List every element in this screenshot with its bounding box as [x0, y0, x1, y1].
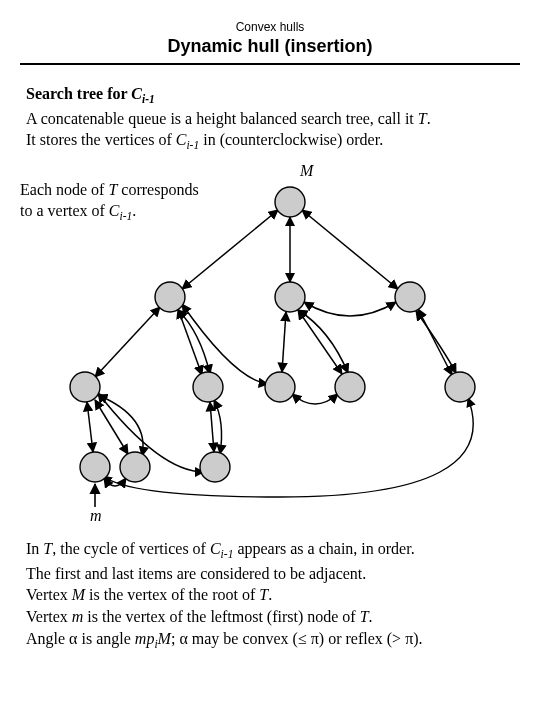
svg-line-5 — [282, 312, 286, 372]
svg-line-4 — [178, 309, 202, 375]
f5a: Angle — [26, 630, 69, 647]
svg-line-9 — [95, 400, 128, 454]
intro-line2a: It stores the vertices of — [26, 131, 176, 148]
f1t: T — [43, 540, 52, 557]
intro-line2-var: C — [176, 131, 187, 148]
intro-text: Search tree for Ci-1 A concatenable queu… — [26, 83, 514, 154]
intro-line2-sub: i-1 — [186, 140, 199, 152]
f1a: In — [26, 540, 43, 557]
f4m: m — [72, 608, 84, 625]
footer-text: In T, the cycle of vertices of Ci-1 appe… — [26, 538, 514, 652]
svg-point-15 — [395, 282, 425, 312]
f4a: Vertex — [26, 608, 72, 625]
f5mm: m — [135, 630, 147, 647]
f1c: appears as a chain, in order. — [233, 540, 414, 557]
f4c: . — [369, 608, 373, 625]
svg-line-0 — [182, 210, 278, 289]
intro-line1a: A concatenable queue is a height balance… — [26, 110, 418, 127]
f3c: . — [268, 586, 272, 603]
tree-svg — [20, 162, 520, 532]
f4t: T — [360, 608, 369, 625]
svg-point-19 — [335, 372, 365, 402]
title-rule — [20, 63, 520, 65]
svg-point-17 — [193, 372, 223, 402]
f5a1: α — [69, 630, 77, 647]
slide-page: Convex hulls Dynamic hull (insertion) Se… — [0, 0, 540, 688]
f1v: C — [210, 540, 221, 557]
svg-point-21 — [80, 452, 110, 482]
intro-heading-var: C — [131, 85, 142, 102]
svg-point-20 — [445, 372, 475, 402]
f5p1: π — [311, 630, 319, 647]
f2: The first and last items are considered … — [26, 565, 366, 582]
intro-heading-prefix: Search tree for — [26, 85, 131, 102]
intro-line2b: in (counterclockwise) order. — [199, 131, 383, 148]
intro-heading-sub: i-1 — [142, 93, 155, 105]
f5mM: M — [158, 630, 171, 647]
svg-line-8 — [87, 402, 93, 452]
f3a: Vertex — [26, 586, 72, 603]
slide-title: Dynamic hull (insertion) — [20, 36, 520, 57]
f3M: M — [72, 586, 85, 603]
f5f: ). — [413, 630, 422, 647]
f5p2: π — [405, 630, 413, 647]
f3b: is the vertex of the root of — [85, 586, 259, 603]
svg-line-7 — [418, 309, 452, 375]
svg-point-14 — [275, 282, 305, 312]
svg-line-6 — [298, 310, 342, 374]
svg-line-3 — [95, 307, 160, 377]
f5a2: α — [179, 630, 187, 647]
f1s: i-1 — [221, 548, 234, 560]
topic-line: Convex hulls — [20, 20, 520, 34]
intro-line1b: . — [427, 110, 431, 127]
svg-point-12 — [275, 187, 305, 217]
intro-line1t: T — [418, 110, 427, 127]
svg-point-13 — [155, 282, 185, 312]
svg-point-23 — [200, 452, 230, 482]
svg-point-18 — [265, 372, 295, 402]
f4b: is the vertex of the leftmost (first) no… — [83, 608, 359, 625]
f5b: is angle — [78, 630, 135, 647]
svg-line-10 — [210, 402, 214, 452]
svg-line-2 — [302, 210, 398, 289]
f1b: , the cycle of vertices of — [52, 540, 210, 557]
f5d: may be convex (≤ — [188, 630, 311, 647]
svg-point-16 — [70, 372, 100, 402]
tree-diagram: Each node of T corresponds to a vertex o… — [20, 162, 520, 532]
f5e: ) or reflex (> — [319, 630, 405, 647]
f3t: T — [259, 586, 268, 603]
svg-point-22 — [120, 452, 150, 482]
